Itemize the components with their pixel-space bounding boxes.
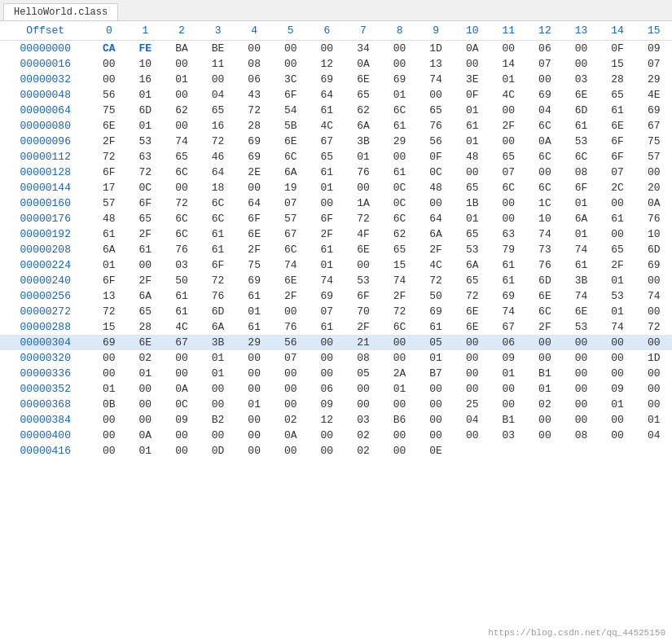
- table-row: 000000962F537472696E673B295601000A536F75: [0, 134, 672, 149]
- hex-cell: 6D: [635, 242, 672, 257]
- col-header-13: 13: [563, 21, 600, 41]
- hex-cell: 0A: [454, 41, 490, 57]
- col-header-8: 8: [381, 21, 418, 41]
- hex-cell: 01: [454, 211, 490, 226]
- hex-cell: 50: [164, 273, 200, 288]
- hex-cell: 00: [635, 165, 672, 180]
- hex-cell: 6E: [236, 226, 273, 242]
- hex-cell: 62: [381, 226, 418, 242]
- hex-cell: 00: [381, 149, 418, 165]
- hex-cell: 64: [309, 87, 345, 103]
- hex-cell: 6E: [527, 288, 564, 304]
- hex-cell: 65: [127, 304, 164, 319]
- hex-cell: 09: [635, 41, 672, 57]
- offset-cell: 00000256: [0, 288, 90, 304]
- hex-cell: 6D: [527, 273, 564, 288]
- hex-cell: 6C: [272, 242, 309, 257]
- watermark: https://blog.csdn.net/qq_44525150: [488, 628, 665, 638]
- table-row: 000002406F2F5072696E7453747265616D3B0100: [0, 273, 672, 288]
- hex-cell: 07: [527, 56, 564, 72]
- hex-cell: 65: [454, 226, 490, 242]
- hex-cell: 02: [127, 350, 164, 366]
- hex-cell: 00: [164, 180, 200, 195]
- hex-cell: 74: [635, 288, 672, 304]
- hex-cell: 00: [381, 443, 418, 459]
- hex-cell: 00: [236, 443, 273, 459]
- hex-cell: 07: [490, 165, 527, 180]
- hex-cell: 28: [236, 118, 273, 134]
- hex-cell: 53: [345, 273, 382, 288]
- table-row: 00000000CAFEBABE00000034001D0A0006000F09: [0, 41, 672, 57]
- hex-cell: 53: [600, 288, 636, 304]
- hex-cell: 69: [635, 257, 672, 273]
- hex-cell: 2F: [90, 134, 127, 149]
- hex-cell: 01: [635, 412, 672, 428]
- hex-cell: 6C: [527, 180, 564, 195]
- hex-cell: 16: [127, 72, 164, 87]
- hex-cell: 69: [635, 103, 672, 118]
- hex-cell: 74: [490, 304, 527, 319]
- offset-cell: 00000352: [0, 381, 90, 397]
- offset-cell: 00000224: [0, 257, 90, 273]
- offset-cell: 00000384: [0, 412, 90, 428]
- hex-cell: 4C: [309, 118, 345, 134]
- hex-cell: 03: [164, 257, 200, 273]
- hex-cell: 00: [490, 397, 527, 412]
- table-row: 00000016001000110800120A0013001407001507: [0, 56, 672, 72]
- hex-cell: 00: [236, 350, 273, 366]
- hex-cell: 00: [236, 428, 273, 443]
- file-tab[interactable]: HelloWorld.class: [3, 3, 118, 20]
- hex-cell: 72: [164, 195, 200, 211]
- hex-cell: 00: [418, 87, 455, 103]
- hex-cell: 01: [236, 304, 273, 319]
- hex-cell: 69: [418, 304, 455, 319]
- col-header-7: 7: [345, 21, 382, 41]
- hex-cell: 00: [635, 335, 672, 350]
- hex-cell: 61: [309, 242, 345, 257]
- table-row: 0000028815284C6A6176612F6C616E672F537472: [0, 319, 672, 335]
- offset-cell: 00000272: [0, 304, 90, 319]
- hex-cell: 53: [454, 242, 490, 257]
- hex-cell: 00: [563, 381, 600, 397]
- hex-cell: 6E: [454, 304, 490, 319]
- hex-cell: 65: [454, 273, 490, 288]
- hex-cell: 48: [90, 211, 127, 226]
- hex-cell: 01: [490, 366, 527, 381]
- hex-cell: 15: [381, 257, 418, 273]
- hex-cell: 00: [381, 41, 418, 57]
- hex-cell: 00: [127, 412, 164, 428]
- hex-cell: 6A: [345, 118, 382, 134]
- offset-cell: 00000192: [0, 226, 90, 242]
- hex-cell: 00: [490, 381, 527, 397]
- hex-cell: 2F: [381, 288, 418, 304]
- hex-cell: 00: [236, 412, 273, 428]
- table-row: 0000004856010004436F646501000F4C696E654E: [0, 87, 672, 103]
- hex-cell: 00: [345, 257, 382, 273]
- hex-cell: 56: [90, 87, 127, 103]
- offset-cell: 00000000: [0, 41, 90, 57]
- hex-cell: 00: [345, 381, 382, 397]
- hex-cell: 01: [309, 257, 345, 273]
- hex-cell: 43: [236, 87, 273, 103]
- hex-cell: 61: [200, 226, 236, 242]
- hex-cell: 00: [490, 195, 527, 211]
- col-header-1: 1: [127, 21, 164, 41]
- table-row: 00000400000A0000000A00020000000300080004: [0, 428, 672, 443]
- hex-cell: 00: [418, 428, 455, 443]
- hex-cell: 69: [309, 288, 345, 304]
- hex-cell: 00: [309, 443, 345, 459]
- hex-cell: 01: [454, 134, 490, 149]
- hex-cell: 00: [309, 195, 345, 211]
- hex-cell: 00: [200, 428, 236, 443]
- hex-cell: 01: [90, 257, 127, 273]
- hex-cell: 16: [200, 118, 236, 134]
- hex-cell: 08: [236, 56, 273, 72]
- hex-cell: 62: [164, 103, 200, 118]
- hex-cell: 00: [164, 56, 200, 72]
- offset-cell: 00000144: [0, 180, 90, 195]
- hex-cell: 00: [309, 366, 345, 381]
- hex-cell: 56: [418, 134, 455, 149]
- hex-cell: 00: [309, 350, 345, 366]
- hex-cell: 6A: [127, 288, 164, 304]
- hex-cell: 04: [200, 87, 236, 103]
